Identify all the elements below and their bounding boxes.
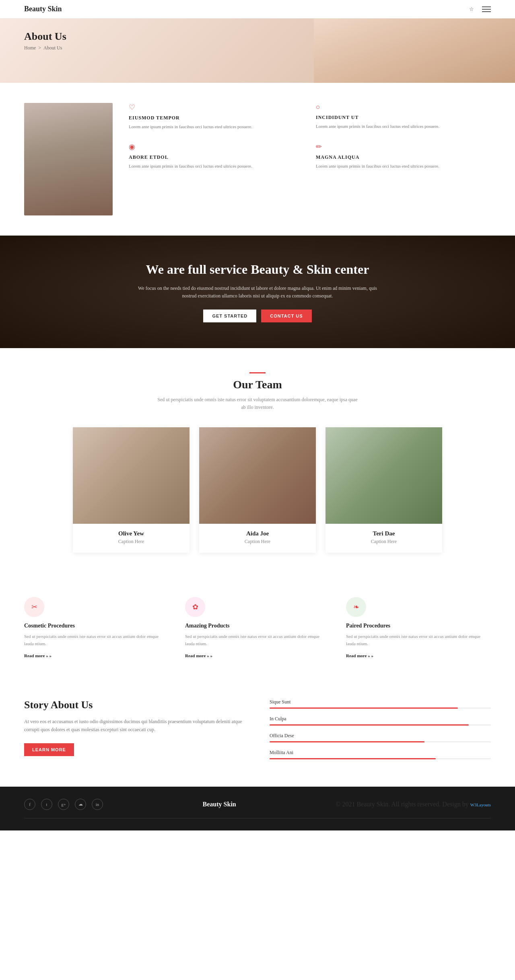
footer-copy-text: © 2021 Beauty Skin. All rights reserved.… bbox=[336, 801, 468, 808]
progress-fill bbox=[270, 707, 458, 709]
about-image bbox=[24, 103, 113, 215]
get-started-button[interactable]: GET STARTED bbox=[203, 310, 256, 322]
footer-social: ftg+☁in bbox=[24, 799, 103, 810]
progress-label: In Culpa bbox=[270, 716, 491, 722]
hero-content: About Us Home > About Us bbox=[24, 31, 66, 51]
social-icon[interactable]: g+ bbox=[58, 799, 69, 810]
about-section: ♡ EIUSMOD TEMPOR Lorem ante ipsum primis… bbox=[0, 83, 515, 236]
progress-bar bbox=[270, 758, 491, 759]
team-name: Teri Dae bbox=[325, 530, 442, 537]
feature-icon: ○ bbox=[316, 103, 491, 111]
section-underline bbox=[249, 372, 266, 373]
banner-title: We are full service Beauty & Skin center bbox=[137, 261, 378, 278]
feature-title: MAGNA ALIQUA bbox=[316, 154, 491, 160]
service-icon: ✂ bbox=[31, 603, 37, 611]
social-icon[interactable]: t bbox=[41, 799, 52, 810]
progress-fill bbox=[270, 758, 436, 759]
footer: ftg+☁in Beauty Skin © 2021 Beauty Skin. … bbox=[0, 787, 515, 830]
team-photo bbox=[73, 427, 190, 524]
hero-image bbox=[314, 18, 515, 83]
hamburger-menu[interactable] bbox=[482, 6, 491, 12]
read-more-link[interactable]: Read more » bbox=[24, 653, 52, 658]
nav-icon: ☆ bbox=[469, 6, 474, 12]
service-title: Amazing Products bbox=[185, 623, 330, 629]
feature-item: ✏ MAGNA ALIQUA Lorem ante ipsum primis i… bbox=[316, 142, 491, 170]
progress-item: In Culpa bbox=[270, 716, 491, 726]
feature-text: Lorem ante ipsum primis in faucibus orci… bbox=[129, 163, 304, 170]
feature-title: EIUSMOD TEMPOR bbox=[129, 115, 304, 121]
team-title: Our Team bbox=[24, 378, 491, 391]
service-text: Sed ut perspiciatis unde omnis iste natu… bbox=[24, 633, 169, 647]
service-item: ✂ Cosmetic Procedures Sed ut perspiciati… bbox=[24, 597, 169, 658]
banner-section: We are full service Beauty & Skin center… bbox=[0, 236, 515, 348]
banner-content: We are full service Beauty & Skin center… bbox=[137, 261, 378, 322]
feature-item: ♡ EIUSMOD TEMPOR Lorem ante ipsum primis… bbox=[129, 103, 304, 130]
service-title: Paired Procedures bbox=[346, 623, 491, 629]
breadcrumb: Home > About Us bbox=[24, 45, 66, 51]
team-name: Olive Yew bbox=[73, 530, 190, 537]
feature-title: INCIDIDUNT UT bbox=[316, 115, 491, 121]
service-text: Sed ut perspiciatis unde omnis iste natu… bbox=[185, 633, 330, 647]
team-grid: Olive Yew Caption Here Aida Joe Caption … bbox=[24, 427, 491, 553]
banner-text: We focus on the needs tied do eiusmod no… bbox=[137, 285, 378, 300]
feature-icon: ◉ bbox=[129, 142, 304, 151]
social-icon[interactable]: in bbox=[92, 799, 103, 810]
service-icon-wrap: ✿ bbox=[185, 597, 205, 617]
contact-us-button[interactable]: CONTACT US bbox=[261, 310, 311, 322]
progress-item: Molliita Ani bbox=[270, 750, 491, 759]
about-features: ♡ EIUSMOD TEMPOR Lorem ante ipsum primis… bbox=[129, 103, 491, 169]
feature-text: Lorem ante ipsum primis in faucibus orci… bbox=[316, 163, 491, 170]
team-card: Olive Yew Caption Here bbox=[73, 427, 190, 553]
footer-link[interactable]: W3Layouts bbox=[470, 802, 491, 807]
service-icon: ❧ bbox=[353, 603, 359, 611]
progress-fill bbox=[270, 741, 424, 742]
hero-img-bg bbox=[314, 18, 515, 83]
story-text: At vero eos et accusamus et iusto odio d… bbox=[24, 718, 245, 734]
breadcrumb-current: About Us bbox=[43, 45, 62, 51]
story-right: Sique Sunt In Culpa Officia Dese Molliit… bbox=[270, 699, 491, 767]
team-card: Aida Joe Caption Here bbox=[199, 427, 316, 553]
progress-label: Officia Dese bbox=[270, 733, 491, 739]
service-icon-wrap: ❧ bbox=[346, 597, 366, 617]
feature-icon: ✏ bbox=[316, 142, 491, 151]
service-item: ❧ Paired Procedures Sed ut perspiciatis … bbox=[346, 597, 491, 658]
learn-more-button[interactable]: LEARN MORE bbox=[24, 743, 74, 756]
footer-copy-area: © 2021 Beauty Skin. All rights reserved.… bbox=[336, 801, 491, 808]
feature-item: ○ INCIDIDUNT UT Lorem ante ipsum primis … bbox=[316, 103, 491, 130]
service-text: Sed ut perspiciatis unde omnis iste natu… bbox=[346, 633, 491, 647]
feature-text: Lorem ante ipsum primis in faucibus orci… bbox=[316, 123, 491, 130]
read-more-link[interactable]: Read more » bbox=[185, 653, 212, 658]
feature-text: Lorem ante ipsum primis in faucibus orci… bbox=[129, 123, 304, 130]
progress-bar bbox=[270, 724, 491, 726]
story-left: Story About Us At vero eos et accusamus … bbox=[24, 699, 245, 757]
social-icon[interactable]: f bbox=[24, 799, 35, 810]
team-name: Aida Joe bbox=[199, 530, 316, 537]
banner-buttons: GET STARTED CONTACT US bbox=[137, 310, 378, 322]
feature-icon: ♡ bbox=[129, 103, 304, 112]
team-subtitle: Sed ut perspiciatis unde omnis iste natu… bbox=[157, 396, 358, 411]
service-item: ✿ Amazing Products Sed ut perspiciatis u… bbox=[185, 597, 330, 658]
story-title: Story About Us bbox=[24, 699, 245, 711]
breadcrumb-sep: > bbox=[38, 45, 41, 51]
team-photo bbox=[325, 427, 442, 524]
header-logo: Beauty Skin bbox=[24, 5, 62, 13]
team-caption: Caption Here bbox=[199, 539, 316, 545]
progress-bar bbox=[270, 741, 491, 742]
team-caption: Caption Here bbox=[73, 539, 190, 545]
feature-item: ◉ ABORE ETDOL Lorem ante ipsum primis in… bbox=[129, 142, 304, 170]
team-card: Teri Dae Caption Here bbox=[325, 427, 442, 553]
progress-item: Sique Sunt bbox=[270, 699, 491, 709]
hero-section: About Us Home > About Us bbox=[0, 18, 515, 83]
progress-fill bbox=[270, 724, 469, 726]
social-icon[interactable]: ☁ bbox=[75, 799, 86, 810]
breadcrumb-home[interactable]: Home bbox=[24, 45, 36, 51]
hero-title: About Us bbox=[24, 31, 66, 43]
feature-title: ABORE ETDOL bbox=[129, 154, 304, 160]
progress-bar bbox=[270, 707, 491, 709]
progress-label: Molliita Ani bbox=[270, 750, 491, 756]
progress-item: Officia Dese bbox=[270, 733, 491, 742]
read-more-link[interactable]: Read more » bbox=[346, 653, 373, 658]
team-caption: Caption Here bbox=[325, 539, 442, 545]
header: Beauty Skin ☆ bbox=[0, 0, 515, 18]
story-section: Story About Us At vero eos et accusamus … bbox=[0, 679, 515, 787]
